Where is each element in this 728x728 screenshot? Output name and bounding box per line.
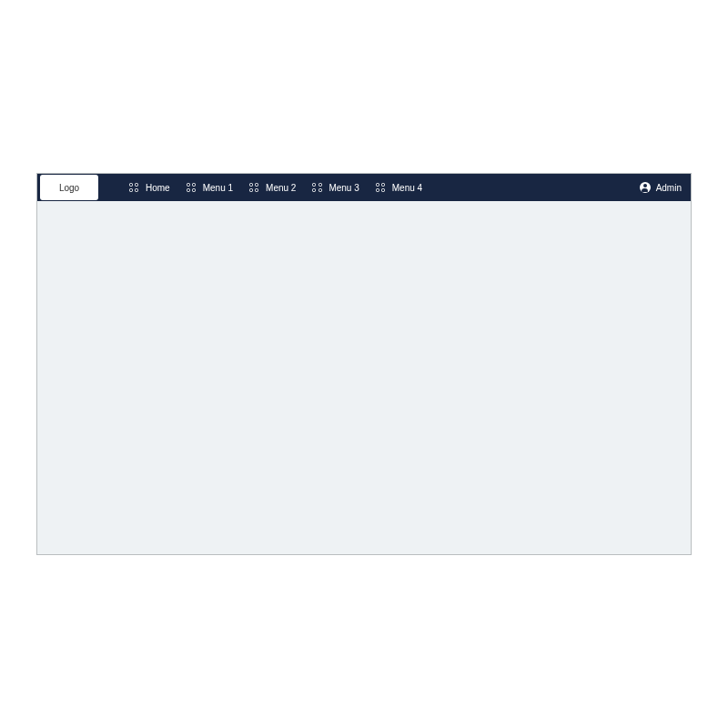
nav-menu: Home Menu 1 Menu 2 xyxy=(129,183,422,193)
user-label: Admin xyxy=(656,183,682,193)
content-area xyxy=(37,201,691,554)
user-menu[interactable]: Admin xyxy=(640,182,682,193)
grid-icon xyxy=(187,183,197,193)
nav-item-menu-4[interactable]: Menu 4 xyxy=(376,183,422,193)
app-window: Logo Home Menu 1 xyxy=(36,173,692,555)
logo[interactable]: Logo xyxy=(40,175,98,200)
nav-item-label: Menu 4 xyxy=(392,183,422,193)
nav-item-home[interactable]: Home xyxy=(129,183,170,193)
logo-label: Logo xyxy=(59,183,79,193)
nav-item-label: Home xyxy=(146,183,170,193)
nav-item-label: Menu 2 xyxy=(266,183,296,193)
stage: Logo Home Menu 1 xyxy=(0,0,728,728)
grid-icon xyxy=(129,183,139,193)
nav-item-menu-2[interactable]: Menu 2 xyxy=(249,183,296,193)
nav-item-menu-3[interactable]: Menu 3 xyxy=(312,183,359,193)
nav-item-menu-1[interactable]: Menu 1 xyxy=(187,183,233,193)
user-circle-icon xyxy=(640,182,651,193)
nav-item-label: Menu 3 xyxy=(329,183,359,193)
grid-icon xyxy=(312,183,322,193)
nav-item-label: Menu 1 xyxy=(203,183,233,193)
grid-icon xyxy=(376,183,386,193)
grid-icon xyxy=(249,183,259,193)
navbar: Logo Home Menu 1 xyxy=(37,174,691,201)
